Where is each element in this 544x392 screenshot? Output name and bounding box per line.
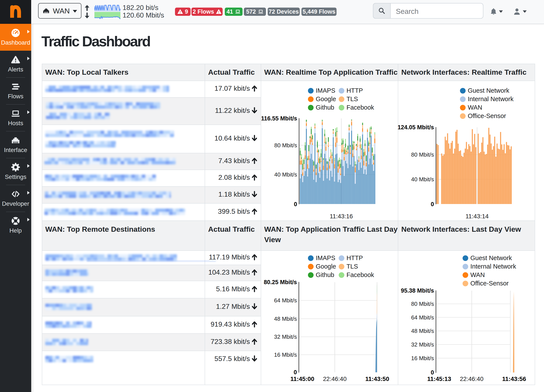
svg-text:0: 0 xyxy=(294,369,297,375)
svg-text:16 Mbit/s: 16 Mbit/s xyxy=(411,355,434,362)
svg-text:48 Mbit/s: 48 Mbit/s xyxy=(274,315,297,322)
svg-text:32 Mbit/s: 32 Mbit/s xyxy=(274,333,297,340)
svg-text:40 Mbit/s: 40 Mbit/s xyxy=(274,171,297,178)
svg-text:124.05 Mbit/s: 124.05 Mbit/s xyxy=(398,124,434,131)
svg-text:22:46:40: 22:46:40 xyxy=(323,375,347,382)
svg-text:11:45:13: 11:45:13 xyxy=(427,375,451,382)
svg-text:80 Mbit/s: 80 Mbit/s xyxy=(411,151,434,158)
svg-text:11:45:00: 11:45:00 xyxy=(290,375,314,382)
svg-text:95.38 Mbit/s: 95.38 Mbit/s xyxy=(401,287,434,294)
svg-text:48 Mbit/s: 48 Mbit/s xyxy=(411,328,434,334)
svg-text:64 Mbit/s: 64 Mbit/s xyxy=(274,297,297,304)
svg-text:11:43:50: 11:43:50 xyxy=(365,375,389,382)
svg-text:80 Mbit/s: 80 Mbit/s xyxy=(274,142,297,148)
svg-text:80 Mbit/s: 80 Mbit/s xyxy=(411,301,434,307)
svg-text:11:43:16: 11:43:16 xyxy=(330,213,353,220)
svg-text:64 Mbit/s: 64 Mbit/s xyxy=(411,314,434,321)
svg-text:116.55 Mbit/s: 116.55 Mbit/s xyxy=(261,115,297,122)
svg-text:11:43:56: 11:43:56 xyxy=(502,375,526,382)
svg-text:11:43:14: 11:43:14 xyxy=(466,213,489,220)
svg-text:40 Mbit/s: 40 Mbit/s xyxy=(411,176,434,183)
svg-text:0: 0 xyxy=(431,369,434,376)
svg-text:16 Mbit/s: 16 Mbit/s xyxy=(274,351,297,358)
svg-text:22:46:40: 22:46:40 xyxy=(460,375,484,382)
svg-text:32 Mbit/s: 32 Mbit/s xyxy=(411,341,434,348)
svg-text:80.25 Mbit/s: 80.25 Mbit/s xyxy=(264,279,297,285)
svg-text:0: 0 xyxy=(294,201,297,208)
svg-text:0: 0 xyxy=(431,201,434,208)
